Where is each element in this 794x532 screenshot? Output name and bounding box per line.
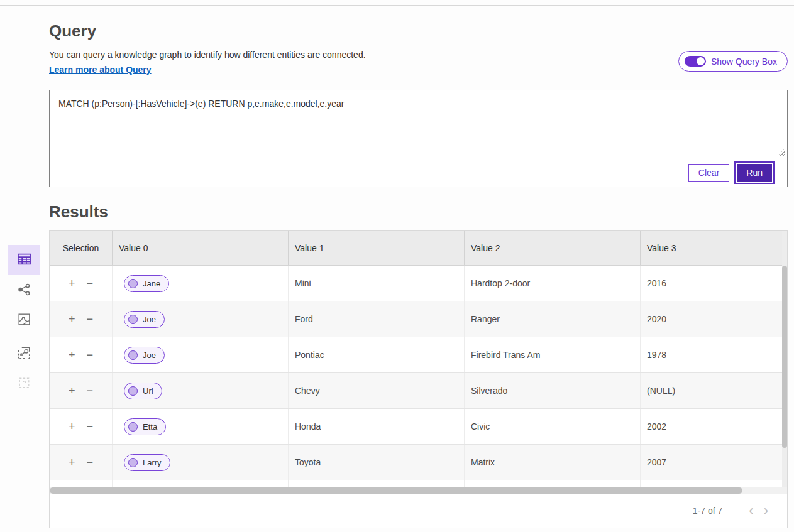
table-row: + − Etta Honda Civic 2002: [50, 409, 787, 445]
table-row: + − Joe Pontiac Firebird Trans Am 1978: [50, 337, 787, 373]
entity-cell: Jane: [113, 266, 289, 301]
column-header-value2: Value 2: [465, 231, 641, 265]
entity-pill[interactable]: Uri: [124, 383, 162, 399]
table-header: Selection Value 0 Value 1 Value 2 Value …: [50, 231, 787, 266]
value2-cell: Civic: [465, 409, 641, 444]
entity-dot-icon: [128, 315, 138, 324]
value2-cell: [465, 480, 641, 487]
value3-cell: 2002: [641, 409, 787, 444]
entity-name: Larry: [143, 458, 162, 467]
selection-cell: + −: [50, 337, 113, 372]
learn-more-link[interactable]: Learn more about Query: [49, 65, 152, 75]
entity-cell: Etta: [113, 409, 289, 444]
link-chart-view-button[interactable]: [8, 275, 40, 305]
run-button[interactable]: Run: [737, 164, 772, 182]
value1-cell: [289, 480, 465, 487]
selection-cell: + −: [50, 266, 113, 301]
add-to-selection-icon[interactable]: +: [69, 313, 75, 325]
entity-name: Etta: [143, 422, 157, 432]
page-title: Query: [49, 21, 96, 41]
pagination-bar: 1-7 of 7 ‹ ›: [50, 494, 787, 528]
table-body: + − Jane Mini Hardtop 2-door 2016: [50, 266, 787, 487]
entity-dot-icon: [128, 279, 138, 288]
entity-dot-icon: [128, 350, 138, 360]
table-row: + − Jane Mini Hardtop 2-door 2016: [50, 266, 787, 301]
selection-cell: + −: [50, 301, 113, 337]
remove-from-selection-icon[interactable]: −: [87, 457, 94, 468]
vertical-scrollbar[interactable]: [782, 231, 787, 487]
table-row: + − Uri Chevy Silverado (NULL): [50, 373, 787, 409]
table-row: + − Larry Toyota Matrix 2007: [50, 445, 787, 480]
value2-cell: Hardtop 2-door: [465, 266, 641, 301]
entity-name: Jane: [143, 279, 160, 288]
add-to-selection-icon[interactable]: +: [69, 457, 75, 468]
add-to-selection-icon[interactable]: +: [69, 278, 75, 289]
pagination-range-label: 1-7 of 7: [693, 506, 722, 516]
entity-cell: Joe: [113, 337, 289, 372]
selection-cell: + −: [50, 373, 113, 408]
value1-cell: Pontiac: [289, 337, 465, 372]
remove-from-selection-icon[interactable]: −: [87, 385, 94, 396]
value3-cell: 1978: [641, 337, 787, 372]
entity-pill[interactable]: Joe: [124, 311, 165, 328]
table-view-button[interactable]: [8, 245, 40, 275]
toggle-switch-icon[interactable]: [685, 56, 706, 67]
value1-cell: Ford: [289, 301, 465, 337]
entity-pill[interactable]: Etta: [124, 418, 166, 435]
add-to-selection-icon[interactable]: +: [69, 385, 75, 396]
remove-from-selection-icon[interactable]: −: [87, 278, 94, 289]
remove-from-selection-icon[interactable]: −: [87, 349, 94, 361]
add-to-selection-icon[interactable]: +: [69, 349, 75, 361]
horizontal-scrollbar-thumb[interactable]: [50, 487, 742, 494]
entity-dot-icon: [128, 458, 138, 467]
toggle-knob: [697, 57, 705, 65]
page-description: You can query a knowledge graph to ident…: [49, 50, 366, 60]
clear-button[interactable]: Clear: [688, 164, 729, 182]
entity-cell: Uri: [113, 373, 289, 408]
query-actions-bar: Clear Run: [50, 158, 787, 187]
column-header-value0: Value 0: [113, 231, 289, 265]
value3-cell: 2016: [641, 266, 787, 301]
show-query-box-toggle[interactable]: Show Query Box: [678, 51, 788, 72]
vertical-scrollbar-thumb[interactable]: [782, 266, 787, 448]
query-input[interactable]: MATCH (p:Person)-[:HasVehicle]->(e) RETU…: [50, 90, 787, 158]
table-row: + − Joe Ford Ranger 2020: [50, 301, 787, 337]
value3-cell: 2020: [641, 301, 787, 337]
entity-cell: [113, 480, 289, 487]
table-view-icon: [16, 251, 33, 269]
entity-dot-icon: [128, 386, 138, 396]
horizontal-scrollbar[interactable]: [50, 487, 787, 494]
remove-from-selection-icon[interactable]: −: [87, 421, 94, 432]
selection-tool-icon: [16, 375, 32, 393]
value1-cell: Chevy: [289, 373, 465, 408]
entity-name: Uri: [143, 386, 153, 396]
toolbar-divider: [8, 337, 40, 337]
view-toolbar: [8, 245, 40, 399]
entity-pill[interactable]: Larry: [124, 454, 170, 471]
pagination-prev-icon[interactable]: ‹: [744, 504, 758, 518]
value1-cell: Mini: [289, 266, 465, 301]
entity-pill[interactable]: Joe: [124, 347, 165, 364]
value1-cell: Honda: [289, 409, 465, 444]
entity-pill[interactable]: Jane: [124, 275, 169, 292]
selection-tool-button[interactable]: [8, 369, 40, 399]
value2-cell: Silverado: [465, 373, 641, 408]
value2-cell: Ranger: [465, 301, 641, 337]
selection-cell: + −: [50, 445, 113, 480]
results-title: Results: [49, 202, 108, 222]
column-header-value3: Value 3: [641, 231, 787, 265]
results-card: Selection Value 0 Value 1 Value 2 Value …: [49, 230, 788, 528]
value2-cell: Matrix: [465, 445, 641, 480]
remove-from-selection-icon[interactable]: −: [87, 313, 94, 325]
pagination-next-icon[interactable]: ›: [759, 504, 773, 518]
value3-cell: [641, 480, 787, 487]
new-link-chart-button[interactable]: [8, 339, 40, 369]
map-view-button[interactable]: [8, 305, 40, 335]
add-to-selection-icon[interactable]: +: [69, 421, 75, 432]
entity-name: Joe: [143, 315, 156, 324]
entity-name: Joe: [143, 350, 156, 360]
value3-cell: (NULL): [641, 373, 787, 408]
link-chart-view-icon: [16, 281, 32, 300]
entity-dot-icon: [128, 422, 138, 432]
main-content: Query You can query a knowledge graph to…: [49, 0, 788, 532]
